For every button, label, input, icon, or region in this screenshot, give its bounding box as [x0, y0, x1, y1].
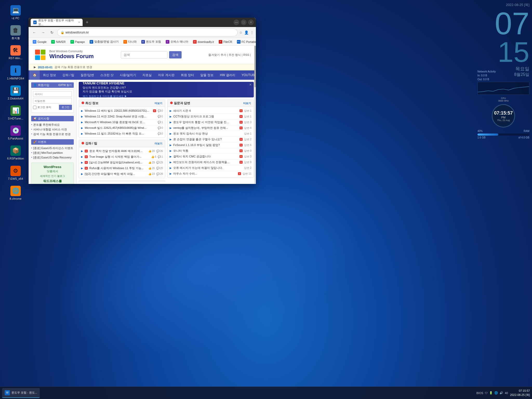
- sidebar-notice-2[interactable]: 검색 기능 회원 전용으로 변경: [31, 132, 74, 136]
- sidebar-notice-0[interactable]: 폰트를 추천해주세요: [31, 123, 74, 127]
- bookmark-osmania[interactable]: 오 오에스 매니아: [164, 39, 190, 44]
- post-badge: N: [240, 138, 243, 141]
- qa-post-5[interactable]: ▶ 폰 손잡이 연결을 출관 구할수 있나요? N 답변 2: [170, 137, 251, 142]
- minimize-button[interactable]: —: [234, 19, 239, 25]
- forward-button[interactable]: →: [39, 29, 47, 36]
- tip-likes: 👍29: [148, 161, 155, 164]
- site-subtitle: Best Windows Community: [49, 50, 94, 53]
- partassist-icon: 💿: [10, 125, 21, 136]
- nav-deals[interactable]: 알뜰 정보: [197, 70, 217, 80]
- browser-toolbar-icons: ☆ 👤 ⋮: [239, 30, 254, 35]
- bookmark-downloadly[interactable]: d downloadly.ir: [191, 39, 216, 44]
- remember-check-input[interactable]: [33, 106, 36, 109]
- latest-post-2[interactable]: ▶ Microsoft가 Windows 10을 종료할 때 0x1E 오...…: [81, 119, 163, 125]
- nav-install[interactable]: 사용/설치기: [117, 70, 139, 80]
- browser-tab-active[interactable]: W 윈도우 포럼 - 윈도우 사용자 모... ×: [31, 19, 83, 26]
- search-button[interactable]: 검색: [169, 51, 182, 58]
- desktop-icon-rspartition[interactable]: 📦 6.RSPartition: [5, 145, 26, 160]
- new-tab-button[interactable]: +: [85, 20, 90, 25]
- qa-more-link[interactable]: 더보기: [243, 102, 251, 105]
- address-bar[interactable]: 🔒 windowsforum.kr: [57, 29, 238, 36]
- nav-marketplace[interactable]: 회원 장터: [178, 70, 197, 80]
- taskbar-browser-item[interactable]: W 윈도우 포럼 - 윈도...: [2, 388, 40, 398]
- id-pw-link[interactable]: ID/PW 찾기: [58, 83, 72, 87]
- nav-home[interactable]: 🏠: [30, 70, 40, 80]
- winforum-favicon: 윈: [141, 40, 145, 44]
- nav-hwgallery[interactable]: HW 갤러리: [217, 70, 238, 80]
- desktop-icon-rst[interactable]: 🛠 RST-Win...: [5, 45, 26, 60]
- tip-post-3[interactable]: ▶ N Rufus를 사용하여 Windows 11 투팅 가능... 👍26 …: [81, 165, 163, 171]
- bookmark-fcportables[interactable]: FC FC Portables: [235, 39, 256, 44]
- refresh-button[interactable]: ↻: [48, 29, 56, 36]
- qa-post-3[interactable]: ▶ ventoy를 설치했는데, 부팅하면 컴퓨 전체... N 답변 4: [170, 125, 251, 131]
- bookmark-winforum[interactable]: 윈 윈도우 포럼: [139, 39, 163, 44]
- qa-post-9[interactable]: ▶ 메인보드의 전원자리에 케이스의 전원잭을... N 답변 9: [170, 159, 251, 165]
- site-notice: ▶ 2022-03-01 검색 기능 회원 전용으로 변경: [29, 64, 256, 70]
- desktop-icon-recycle[interactable]: 🗑 휴지통: [5, 25, 26, 40]
- qa-post-0[interactable]: ▶ 새사기 시즌 4 N 답변 1: [170, 108, 251, 114]
- hdtune-label: 3.HDTune...: [8, 117, 23, 120]
- search-input[interactable]: [121, 51, 168, 58]
- menu-icon[interactable]: ⋮: [250, 30, 254, 35]
- qa-post-11[interactable]: ▶ 마우스 자가 수리... N 답변 11: [170, 171, 251, 176]
- post-comment-count: 💬 0: [158, 127, 163, 129]
- login-button[interactable]: 로그인: [59, 105, 72, 110]
- qa-post-8[interactable]: ▶ 갤럭시 워치 CMC 공급합니다 N 답변 3: [170, 154, 251, 159]
- nav-youtube[interactable]: YOUTUBE: [238, 70, 256, 80]
- tip-post-4[interactable]: ▶ [업2] 간단한 파일/폴더 백업 배치 파일... 👍23 💬28: [81, 171, 163, 177]
- nav-resources[interactable]: 자료실: [139, 70, 155, 80]
- latest-post-1[interactable]: ▶ Windows 11 버전 22H2: Snap Assist 변경 사항.…: [81, 114, 163, 119]
- nav-tips[interactable]: 강좌 / 팁: [59, 70, 77, 80]
- site-scrollbar[interactable]: [254, 46, 256, 184]
- desktop-icon-hwinfo[interactable]: ℹ 1.HWINFO64: [5, 65, 26, 80]
- sidebar-event-1[interactable]: [종료] MiniTool partition: [31, 151, 74, 155]
- bookmark-filecr[interactable]: F FileCR: [217, 39, 234, 44]
- maximize-button[interactable]: □: [241, 19, 247, 25]
- tip-post-0[interactable]: ▶ N 윈포 쪽지 전달 반자동화 AHK 매크로(배... 👍20 💬26: [81, 148, 163, 154]
- nav-screenshot[interactable]: 스크린 샷: [97, 70, 117, 80]
- latest-post-4[interactable]: ▶ Windows 11 빌드 25182에는 더 빠른 작업 프... 💬 0: [81, 131, 163, 136]
- sidebar-notice-1[interactable]: 서버나 대형팝 서비스 이전: [31, 128, 74, 131]
- back-button[interactable]: ←: [31, 29, 38, 36]
- desktop-icon-partassist[interactable]: 💿 5.PartAssist: [5, 125, 26, 140]
- qa-post-1[interactable]: ▶ CCTV동영상 모자이크 프로그램 N 답변 1: [170, 114, 251, 119]
- remember-checkbox[interactable]: 로그인 유지: [33, 105, 51, 109]
- qa-post-10[interactable]: ▶ 오류 메시지가 뜨는데 허겔이 않입니다. 답변 2: [170, 165, 251, 171]
- nav-freeboard[interactable]: 자유 게시판: [155, 70, 177, 80]
- desktop-icon-ews[interactable]: ⚙ 7.EWS_x64: [5, 166, 26, 181]
- browser-window: W 윈도우 포럼 - 윈도우 사용자 모... × + — □ × ← → ↻ …: [29, 18, 256, 184]
- latest-post-0[interactable]: ▶ Windows 11 베타 빌드 22622,586 (KB50016701…: [81, 108, 163, 114]
- nav-qa[interactable]: 질문/답변: [77, 70, 97, 80]
- qa-post-7[interactable]: ▶ 모니터 먹통 N 답변 0: [170, 148, 251, 154]
- bookmark-naver[interactable]: N NAVER: [49, 39, 68, 44]
- bookmark-papago[interactable]: P Papago: [68, 39, 87, 44]
- qa-post-6[interactable]: ▶ FxSound 1.1.16.0 부팅시 달림 팝업? N 답변 6: [170, 142, 251, 148]
- rst-label: RST-Win...: [9, 57, 22, 60]
- bookmark-spell[interactable]: 맞 맞춤법/문법 검사기: [88, 39, 121, 44]
- latest-post-3[interactable]: ▶ Microsoft 빌드 22621,457(KB5016695)을 Win…: [81, 125, 163, 131]
- nav-latest[interactable]: 최신 정보: [40, 70, 59, 80]
- bookmark-star-icon[interactable]: ☆: [239, 30, 243, 35]
- bookmark-danawa[interactable]: 다 다나와: [121, 39, 139, 44]
- pw-input[interactable]: [33, 98, 72, 104]
- bookmark-google[interactable]: G Google: [31, 39, 49, 44]
- desktop-icon-chrome[interactable]: 🌐 8.chrome: [5, 186, 26, 201]
- qa-post-4[interactable]: ▶ 윈포 엣지 접속시 이상 현상 답변 1: [170, 131, 251, 137]
- qa-post-2[interactable]: ▶ 윈도우 업데이트 통합 시 지연된 작업을 진... N 답변 3: [170, 119, 251, 125]
- tips-more-link[interactable]: 더보기: [155, 142, 162, 145]
- desktop-icon-diskinfo[interactable]: 💾 2.Diskinfo64: [5, 85, 26, 100]
- sidebar-event-2[interactable]: [종료] EaseUS Data Recovery: [31, 156, 74, 159]
- tip-post-1[interactable]: ▶ N True Image 실행 시 삭제된 백업 폴더가... 👍6 💬1: [81, 154, 163, 160]
- close-button[interactable]: ×: [248, 19, 254, 25]
- id-input[interactable]: [33, 91, 72, 97]
- tip-post-2[interactable]: ▶ N [실사] 간능WIM 응답파일(Unattend.xml)... 👍29…: [81, 160, 163, 165]
- tab-close-btn[interactable]: ×: [78, 21, 80, 24]
- profile-icon[interactable]: 👤: [244, 30, 249, 35]
- desktop-icon-hdtune[interactable]: 📊 3.HDTune...: [5, 105, 26, 120]
- sidebar-event-0[interactable]: [종료] EaseUS 라이선스 이벤트: [31, 146, 74, 150]
- latest-more-link[interactable]: 더보기: [155, 102, 162, 105]
- tip-likes: 👍26: [148, 167, 155, 170]
- post-badge: N: [240, 149, 243, 152]
- desktop-icon-my-pc[interactable]: 💻 내 PC: [5, 5, 26, 20]
- ad-close-button[interactable]: ✕: [249, 83, 252, 87]
